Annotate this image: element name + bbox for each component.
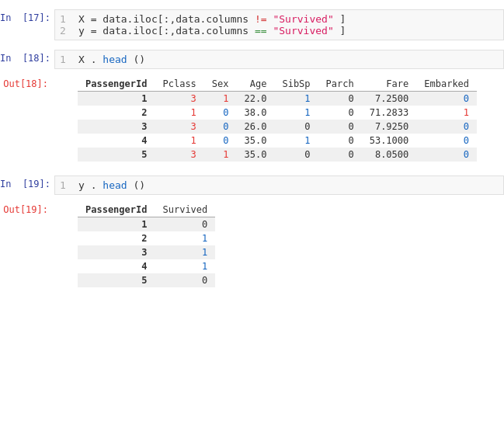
table-row: 13122.0107.25000 [78, 92, 477, 106]
data-cell: 0 [416, 92, 477, 106]
data-cell: 0 [416, 134, 477, 148]
index-cell: 3 [78, 245, 155, 259]
code-line: 1 X = data.iloc[:,data.columns != "Survi… [60, 13, 499, 25]
data-cell: 35.0 [237, 148, 275, 162]
index-cell: 1 [78, 217, 155, 232]
data-cell: 0 [204, 120, 237, 134]
data-cell: 3 [155, 120, 203, 134]
table-row: 21038.01071.28331 [78, 106, 477, 120]
index-cell: 3 [78, 120, 155, 134]
cell-in18: In [18]: 1 X . head () [0, 47, 504, 72]
data-cell: 26.0 [237, 120, 275, 134]
data-cell: 1 [155, 231, 215, 245]
code-line: 1 y . head () [60, 179, 499, 191]
code-line: 1 X . head () [60, 54, 499, 65]
index-cell: 2 [78, 231, 155, 245]
data-cell: 0 [155, 217, 215, 232]
col-header-index: PassengerId [78, 77, 155, 92]
data-cell: 1 [274, 134, 318, 148]
out19-content: PassengerId Survived 1021314150 [54, 201, 215, 289]
data-cell: 0 [318, 106, 362, 120]
data-cell: 1 [155, 245, 215, 259]
line-num: 1 [60, 13, 69, 25]
data-cell: 1 [204, 148, 237, 162]
col-header-pclass: Pclass [155, 77, 203, 92]
data-cell: 38.0 [237, 106, 275, 120]
table-row: 31 [78, 245, 215, 259]
data-cell: 3 [155, 148, 203, 162]
index-cell: 1 [78, 92, 155, 106]
in18-code[interactable]: 1 X . head () [54, 50, 504, 69]
data-cell: 71.2833 [362, 106, 417, 120]
data-cell: 53.1000 [362, 134, 417, 148]
line-num: 1 [60, 54, 69, 65]
col-header-survived: Survived [155, 203, 215, 217]
dataframe-table-x: PassengerId Pclass Sex Age SibSp Parch F… [78, 77, 477, 162]
data-cell: 0 [274, 120, 318, 134]
index-cell: 4 [78, 259, 155, 273]
col-header-sex: Sex [204, 77, 237, 92]
code-text: X . head () [78, 54, 145, 65]
data-cell: 8.0500 [362, 148, 417, 162]
data-cell: 1 [155, 259, 215, 273]
index-cell: 2 [78, 106, 155, 120]
data-cell: 3 [155, 92, 203, 106]
data-cell: 0 [155, 273, 215, 287]
out19-label: Out[19]: [0, 201, 54, 289]
out18-label: Out[18]: [0, 75, 54, 163]
cell-in19: In [19]: 1 y . head () [0, 172, 504, 198]
cell-out19: Out[19]: PassengerId Survived 1021314150 [0, 198, 504, 292]
col-header-index: PassengerId [78, 203, 155, 217]
code-text: X = data.iloc[:,data.columns != "Survive… [78, 13, 346, 25]
data-cell: 1 [155, 106, 203, 120]
col-header-parch: Parch [318, 77, 362, 92]
col-header-fare: Fare [362, 77, 417, 92]
index-cell: 5 [78, 273, 155, 287]
data-cell: 0 [416, 120, 477, 134]
data-cell: 0 [318, 120, 362, 134]
data-cell: 0 [204, 106, 237, 120]
out18-content: PassengerId Pclass Sex Age SibSp Parch F… [54, 75, 477, 163]
col-header-sibsp: SibSp [274, 77, 318, 92]
dataframe-table-y: PassengerId Survived 1021314150 [78, 203, 215, 287]
data-cell: 1 [274, 92, 318, 106]
code-line: 2 y = data.iloc[:,data.columns == "Survi… [60, 25, 499, 36]
table-row: 53135.0008.05000 [78, 148, 477, 162]
index-cell: 5 [78, 148, 155, 162]
data-cell: 22.0 [237, 92, 275, 106]
table-row: 50 [78, 273, 215, 287]
code-text: y = data.iloc[:,data.columns == "Survive… [78, 25, 346, 36]
data-cell: 1 [204, 92, 237, 106]
cell-in17: In [17]: 1 X = data.iloc[:,data.columns … [0, 6, 504, 43]
cell-out18: Out[18]: PassengerId Pclass Sex Age SibS… [0, 72, 504, 166]
in19-code[interactable]: 1 y . head () [54, 176, 504, 195]
data-cell: 1 [155, 134, 203, 148]
data-cell: 0 [318, 148, 362, 162]
data-cell: 1 [274, 106, 318, 120]
table-row: 33026.0007.92500 [78, 120, 477, 134]
data-cell: 0 [318, 134, 362, 148]
in17-label: In [17]: [0, 9, 54, 40]
table-row: 21 [78, 231, 215, 245]
data-cell: 0 [204, 134, 237, 148]
col-header-embarked: Embarked [416, 77, 477, 92]
data-cell: 7.2500 [362, 92, 417, 106]
data-cell: 0 [416, 148, 477, 162]
data-cell: 35.0 [237, 134, 275, 148]
in19-label: In [19]: [0, 176, 54, 195]
code-text: y . head () [78, 179, 145, 191]
table-row: 41 [78, 259, 215, 273]
in17-code[interactable]: 1 X = data.iloc[:,data.columns != "Survi… [54, 9, 504, 40]
data-cell: 0 [274, 148, 318, 162]
line-num: 1 [60, 179, 69, 191]
data-cell: 0 [318, 92, 362, 106]
table-row: 10 [78, 217, 215, 232]
line-num: 2 [60, 25, 69, 36]
in18-label: In [18]: [0, 50, 54, 69]
data-cell: 7.9250 [362, 120, 417, 134]
table-row: 41035.01053.10000 [78, 134, 477, 148]
col-header-age: Age [237, 77, 275, 92]
data-cell: 1 [416, 106, 477, 120]
index-cell: 4 [78, 134, 155, 148]
